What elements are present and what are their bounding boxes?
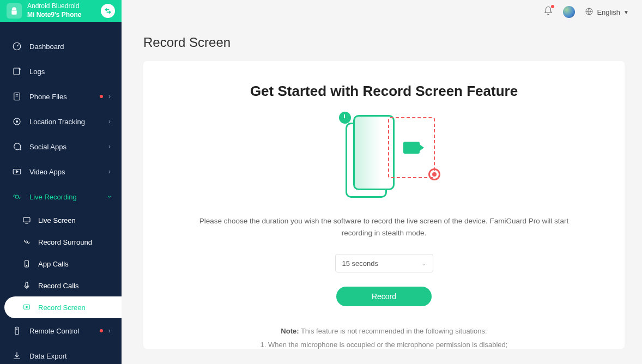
svg-point-15 bbox=[16, 329, 17, 330]
app-calls-icon bbox=[22, 259, 32, 268]
app-root: Android Bluedroid Mi Note9's Phone Dashb… bbox=[0, 0, 642, 364]
chevron-right-icon: › bbox=[108, 168, 111, 175]
record-screen-icon bbox=[22, 303, 32, 312]
svg-rect-14 bbox=[15, 327, 19, 335]
notifications-button[interactable] bbox=[543, 6, 553, 18]
chevron-right-icon: › bbox=[108, 327, 111, 335]
sidebar-subitem-record-calls[interactable]: Record Calls bbox=[0, 275, 122, 296]
sidebar-item-live-recording[interactable]: Live Recording › bbox=[0, 184, 122, 209]
sidebar-item-label: Record Calls bbox=[38, 282, 78, 290]
sidebar-item-label: Live Screen bbox=[38, 216, 76, 225]
android-icon bbox=[7, 3, 22, 19]
sidebar-item-dashboard[interactable]: Dashboard bbox=[0, 34, 122, 59]
language-selector[interactable]: English ▼ bbox=[585, 7, 629, 17]
logs-icon bbox=[12, 66, 22, 76]
svg-rect-1 bbox=[14, 68, 20, 75]
sidebar-item-label: Record Screen bbox=[38, 304, 86, 312]
video-icon bbox=[12, 167, 22, 177]
chevron-down-icon: › bbox=[106, 196, 113, 198]
svg-point-13 bbox=[26, 306, 28, 308]
record-button[interactable]: Record bbox=[336, 287, 432, 306]
page-heading: Get Started with Record Screen Feature bbox=[160, 83, 608, 100]
sidebar-item-label: Remote Control bbox=[29, 327, 100, 335]
chevron-right-icon: › bbox=[108, 118, 111, 125]
sidebar-subitem-record-screen[interactable]: Record Screen bbox=[4, 296, 122, 318]
location-icon bbox=[12, 117, 22, 126]
duration-value: 15 seconds bbox=[342, 259, 379, 268]
topbar: English ▼ bbox=[122, 0, 642, 24]
sidebar-item-label: Live Recording bbox=[29, 193, 108, 201]
svg-rect-2 bbox=[14, 93, 20, 100]
chevron-down-icon: ⌄ bbox=[421, 260, 426, 267]
remote-icon bbox=[12, 326, 22, 336]
record-icon bbox=[12, 192, 22, 202]
surround-icon bbox=[22, 238, 32, 246]
sidebar: Android Bluedroid Mi Note9's Phone Dashb… bbox=[0, 0, 122, 364]
avatar[interactable] bbox=[563, 6, 575, 18]
chevron-right-icon: › bbox=[108, 93, 111, 100]
mic-icon bbox=[22, 281, 32, 290]
illustration bbox=[338, 113, 431, 200]
sidebar-item-remote-control[interactable]: Remote Control › bbox=[0, 318, 122, 343]
device-header[interactable]: Android Bluedroid Mi Note9's Phone bbox=[0, 0, 122, 22]
svg-point-6 bbox=[15, 195, 19, 198]
sidebar-item-label: Dashboard bbox=[29, 43, 111, 51]
sidebar-item-label: Video Apps bbox=[29, 168, 108, 176]
screen-icon bbox=[22, 216, 32, 225]
language-label: English bbox=[597, 8, 620, 16]
sidebar-item-label: Record Surround bbox=[38, 238, 92, 246]
note-label: Note: bbox=[281, 327, 299, 335]
notes: Note: This feature is not recommended in… bbox=[160, 325, 608, 349]
page-title: Record Screen bbox=[122, 24, 642, 61]
sidebar-item-logs[interactable]: Logs bbox=[0, 59, 122, 84]
sync-icon[interactable] bbox=[101, 4, 115, 18]
main: English ▼ Record Screen Get Started with… bbox=[122, 0, 642, 364]
caret-down-icon: ▼ bbox=[623, 9, 629, 15]
notification-dot bbox=[100, 329, 103, 332]
svg-point-10 bbox=[26, 265, 27, 266]
notification-dot bbox=[551, 5, 554, 8]
notification-dot bbox=[100, 95, 103, 98]
note-intro: This feature is not recommended in the f… bbox=[299, 327, 487, 335]
svg-rect-11 bbox=[26, 282, 28, 287]
content-card: Get Started with Record Screen Feature P… bbox=[143, 61, 625, 349]
description-text: Please choose the duration you wish the … bbox=[199, 215, 570, 239]
sidebar-item-social-apps[interactable]: Social Apps › bbox=[0, 134, 122, 159]
chat-icon bbox=[12, 142, 22, 151]
device-line1: Android Bluedroid bbox=[27, 2, 101, 11]
nav: Dashboard Logs Phone Files › Location Tr… bbox=[0, 22, 122, 364]
chevron-right-icon: › bbox=[108, 143, 111, 150]
files-icon bbox=[12, 92, 22, 101]
sidebar-subitem-record-surround[interactable]: Record Surround bbox=[0, 231, 122, 253]
svg-rect-7 bbox=[23, 217, 30, 222]
sidebar-item-label: Logs bbox=[29, 68, 111, 76]
svg-point-8 bbox=[26, 241, 28, 243]
svg-point-4 bbox=[16, 121, 18, 123]
sidebar-item-label: Phone Files bbox=[29, 93, 100, 101]
sidebar-item-phone-files[interactable]: Phone Files › bbox=[0, 84, 122, 109]
sidebar-item-label: Social Apps bbox=[29, 143, 108, 151]
device-text: Android Bluedroid Mi Note9's Phone bbox=[27, 2, 101, 19]
sidebar-item-label: App Calls bbox=[38, 260, 69, 268]
sidebar-subitem-live-screen[interactable]: Live Screen bbox=[0, 209, 122, 231]
sidebar-item-label: Location Tracking bbox=[29, 118, 108, 126]
export-icon bbox=[12, 351, 22, 361]
sidebar-item-location-tracking[interactable]: Location Tracking › bbox=[0, 109, 122, 134]
sidebar-item-label: Data Export bbox=[29, 352, 111, 360]
gauge-icon bbox=[12, 41, 22, 51]
sidebar-subitem-app-calls[interactable]: App Calls bbox=[0, 253, 122, 275]
duration-select[interactable]: 15 seconds ⌄ bbox=[335, 254, 433, 272]
globe-icon bbox=[585, 7, 593, 17]
device-line2: Mi Note9's Phone bbox=[27, 11, 101, 20]
note-line-1: 1. When the microphone is occupied or th… bbox=[160, 338, 608, 349]
sidebar-item-data-export[interactable]: Data Export bbox=[0, 343, 122, 364]
sidebar-item-video-apps[interactable]: Video Apps › bbox=[0, 159, 122, 184]
